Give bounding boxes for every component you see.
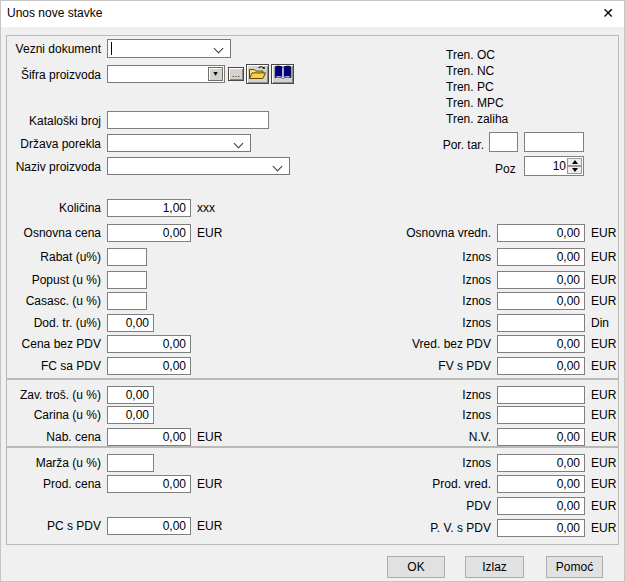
nv-label: N.V. — [369, 430, 491, 445]
kolicina-label: Količina — [1, 201, 101, 216]
osnovna-vredn-row: Osnovna vredn. EUR — [1, 224, 625, 244]
iznos-carina-unit-label: EUR — [591, 408, 616, 422]
iznos-carina-label: Iznos — [369, 408, 491, 423]
catalog-book-button[interactable] — [271, 64, 294, 84]
poz-input[interactable] — [526, 158, 568, 174]
iznos-casasc-input[interactable] — [497, 292, 585, 310]
nv-unit-label: EUR — [591, 430, 616, 444]
text-caret — [111, 42, 112, 55]
por-tar-input-1[interactable] — [489, 132, 518, 152]
chevron-down-icon — [214, 44, 224, 54]
iznos-rabat-row: Iznos EUR — [1, 248, 625, 268]
chevron-down-icon — [273, 162, 283, 172]
osnovna-vredn-unit-label: EUR — [591, 226, 616, 240]
iznos-casasc-unit-label: EUR — [591, 294, 616, 308]
osnovna-vredn-label: Osnovna vredn. — [369, 226, 491, 241]
pdv-input[interactable] — [497, 497, 585, 515]
iznos-din-label: Iznos — [369, 316, 491, 331]
down-arrow-icon — [572, 168, 578, 172]
prod-vred-input[interactable] — [497, 475, 585, 493]
poz-spin-down-button[interactable] — [567, 166, 582, 174]
open-folder-button[interactable] — [246, 64, 269, 84]
ok-button[interactable]: OK — [387, 556, 445, 578]
iznos-rabat-unit-label: EUR — [591, 250, 616, 264]
iznos-din-unit-label: Din — [591, 316, 609, 330]
iznos-zav-input[interactable] — [497, 386, 585, 404]
drzava-porekla-label: Država porekla — [1, 137, 101, 152]
sifra-proizvoda-input[interactable] — [109, 67, 209, 81]
pv-s-pdv-input[interactable] — [497, 519, 585, 537]
iznos-din-input[interactable] — [497, 314, 585, 332]
naziv-proizvoda-label: Naziv proizvoda — [1, 160, 101, 175]
vred-bez-pdv-input[interactable] — [497, 335, 585, 353]
iznos-casasc-row: Iznos EUR — [1, 292, 625, 312]
pdv-label: PDV — [369, 499, 491, 514]
iznos-marza-row: Iznos EUR — [1, 454, 625, 474]
iznos-zav-row: Iznos EUR — [1, 386, 625, 406]
nv-row: N.V. EUR — [1, 428, 625, 448]
drzava-porekla-combobox[interactable] — [107, 134, 251, 152]
book-icon — [274, 65, 292, 83]
prod-vred-unit-label: EUR — [591, 477, 616, 491]
por-tar-label: Por. tar. — [384, 138, 484, 153]
nv-input[interactable] — [497, 428, 585, 446]
iznos-casasc-label: Iznos — [369, 294, 491, 309]
prod-vred-row: Prod. vred. EUR — [1, 475, 625, 495]
por-tar-input-2[interactable] — [524, 132, 584, 152]
open-folder-icon — [248, 65, 267, 83]
fv-s-pdv-row: FV s PDV EUR — [1, 357, 625, 377]
close-icon[interactable]: ✕ — [602, 5, 614, 21]
izlaz-button[interactable]: Izlaz — [465, 556, 524, 578]
iznos-carina-input[interactable] — [497, 406, 585, 424]
osnovna-vredn-input[interactable] — [497, 224, 585, 242]
sifra-proizvoda-label: Šifra proizvoda — [1, 68, 101, 83]
fv-s-pdv-input[interactable] — [497, 357, 585, 375]
kolicina-unit-label: xxx — [197, 201, 215, 215]
pdv-row: PDV EUR — [1, 497, 625, 517]
vezni-dokument-combobox[interactable] — [107, 39, 231, 58]
pv-s-pdv-unit-label: EUR — [591, 521, 616, 535]
fv-s-pdv-unit-label: EUR — [591, 359, 616, 373]
tren-mpc-label: Tren. MPC — [446, 96, 504, 111]
iznos-marza-unit-label: EUR — [591, 456, 616, 470]
iznos-zav-unit-label: EUR — [591, 388, 616, 402]
dropdown-arrow-icon[interactable]: ▼ — [208, 67, 223, 81]
poz-label: Poz — [495, 162, 516, 177]
dialog-unos-nove-stavke: Unos nove stavke ✕ Vezni dokument Šifra … — [0, 0, 625, 582]
up-arrow-icon — [572, 160, 578, 164]
iznos-rabat-input[interactable] — [497, 248, 585, 266]
vezni-dokument-label: Vezni dokument — [1, 42, 101, 57]
kolicina-row: Količina xxx — [1, 199, 625, 219]
browse-ellipsis-button[interactable]: … — [228, 67, 244, 81]
iznos-marza-label: Iznos — [369, 456, 491, 471]
iznos-popust-row: Iznos EUR — [1, 271, 625, 291]
vred-bez-pdv-label: Vred. bez PDV — [369, 337, 491, 352]
tren-oc-label: Tren. OC — [446, 48, 495, 63]
fv-s-pdv-label: FV s PDV — [369, 359, 491, 374]
pomoc-button[interactable]: Pomoć — [546, 556, 603, 578]
tren-nc-label: Tren. NC — [446, 64, 494, 79]
iznos-popust-label: Iznos — [369, 273, 491, 288]
prod-vred-label: Prod. vred. — [369, 477, 491, 492]
iznos-popust-input[interactable] — [497, 271, 585, 289]
kolicina-input[interactable] — [107, 199, 191, 217]
iznos-carina-row: Iznos EUR — [1, 406, 625, 426]
titlebar: Unos nove stavke ✕ — [1, 1, 624, 27]
pv-s-pdv-row: P. V. s PDV EUR — [1, 519, 625, 539]
kataloski-broj-label: Kataloški broj — [1, 114, 101, 129]
vred-bez-pdv-row: Vred. bez PDV EUR — [1, 335, 625, 355]
iznos-zav-label: Iznos — [369, 388, 491, 403]
iznos-popust-unit-label: EUR — [591, 273, 616, 287]
pdv-unit-label: EUR — [591, 499, 616, 513]
iznos-rabat-label: Iznos — [369, 250, 491, 265]
naziv-proizvoda-combobox[interactable] — [107, 157, 290, 175]
kataloski-broj-input[interactable] — [107, 111, 269, 129]
tren-pc-label: Tren. PC — [446, 80, 494, 95]
poz-spin-up-button[interactable] — [567, 158, 582, 166]
sifra-proizvoda-combobox[interactable]: ▼ — [107, 65, 225, 83]
dialog-title: Unos nove stavke — [7, 6, 102, 20]
vred-bez-pdv-unit-label: EUR — [591, 337, 616, 351]
iznos-marza-input[interactable] — [497, 454, 585, 472]
chevron-down-icon — [234, 139, 244, 149]
poz-spinner[interactable] — [524, 156, 584, 176]
